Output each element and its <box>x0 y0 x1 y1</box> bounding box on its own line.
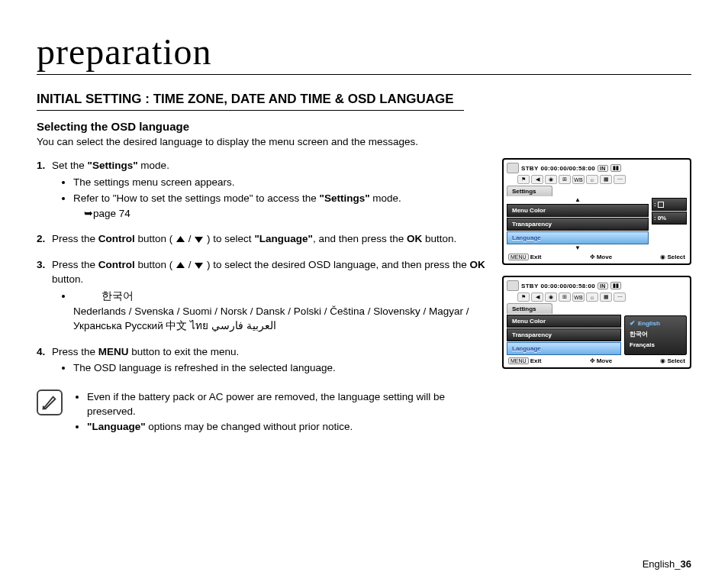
ok-dot-icon: ◉ <box>660 254 665 260</box>
menu-button-icon: MENU <box>508 254 529 260</box>
osd1-value-transparency: :0% <box>652 212 687 225</box>
title-rule <box>37 74 691 75</box>
camera-icon <box>507 280 519 291</box>
screenshots-column: STBY 00:00:00/00:58:00 IN ▮▮ ⚑ ◀ ◉ ⊞ WB … <box>502 158 691 434</box>
s2h: OK <box>407 233 422 244</box>
s2e: ) to select <box>204 233 254 244</box>
s2c: button ( <box>135 233 176 244</box>
osd2-exit: Exit <box>530 357 542 364</box>
s3d: / <box>185 259 194 270</box>
s2g: , and then press the <box>313 233 407 244</box>
osd2-sub-korean: 한국어 <box>628 329 683 339</box>
s4a: Press the <box>52 346 98 357</box>
chevron-down-icon <box>194 261 204 270</box>
step-1-text-a: Set the <box>52 160 88 171</box>
dpad-icon: ✥ <box>590 254 595 260</box>
page-footer: English_36 <box>643 558 691 570</box>
target-icon: ⊞ <box>559 175 571 184</box>
osd2-in-badge: IN <box>598 283 608 289</box>
footer-label: English_ <box>643 558 681 570</box>
osd1-toolbar: ⚑ ◀ ◉ ⊞ WB ☼ ▦ ⋯ <box>517 175 687 184</box>
osd2-sub-english-label: English <box>638 320 660 327</box>
chevron-up-icon <box>176 261 185 270</box>
osd-screenshot-1: STBY 00:00:00/00:58:00 IN ▮▮ ⚑ ◀ ◉ ⊞ WB … <box>502 158 691 265</box>
step-1-b2-bold: "Settings" <box>320 192 370 204</box>
s3a: Press the <box>52 259 98 270</box>
osd1-pct: 0% <box>658 215 667 221</box>
flag-icon: ⚑ <box>517 175 530 184</box>
eye-icon: ◉ <box>545 292 557 302</box>
step-1-text-b: mode. <box>138 160 169 171</box>
s3c: button ( <box>135 259 176 270</box>
up-arrow-icon: ▲ <box>507 197 649 203</box>
osd2-move: Move <box>597 357 612 364</box>
osd1-in-badge: IN <box>598 165 608 172</box>
wb-icon: WB <box>572 175 585 184</box>
s3f: OK <box>470 259 485 270</box>
osd2-item-language: Language <box>507 342 621 355</box>
osd-screenshot-2: STBY 00:00:00/00:58:00 IN ▮▮ ⚑ ◀ ◉ ⊞ WB … <box>502 276 691 369</box>
color-swatch-icon <box>658 202 664 208</box>
osd2-language-submenu: ✔English 한국어 Français <box>624 315 687 355</box>
s3e: ) to select the desired OSD language, an… <box>204 259 469 270</box>
section-heading: INITIAL SETTING : TIME ZONE, DATE AND TI… <box>37 92 464 111</box>
sun-icon: ☼ <box>586 292 598 302</box>
chevron-down-icon <box>194 235 204 244</box>
dots-icon: ⋯ <box>614 292 626 302</box>
dots-icon: ⋯ <box>614 175 626 184</box>
s4b: MENU <box>98 346 129 357</box>
sub-heading: Selecting the OSD language <box>37 120 691 133</box>
osd1-move: Move <box>597 254 612 260</box>
grid-icon: ▦ <box>600 292 612 302</box>
target-icon: ⊞ <box>559 292 571 302</box>
dpad-icon: ✥ <box>590 357 595 364</box>
note-2-bold: "Language" <box>87 421 146 432</box>
lang-ko: 한국어 <box>101 290 134 302</box>
osd2-item-transparency: Transparency <box>507 328 621 341</box>
step-1-b2-b: mode. <box>370 192 401 204</box>
osd2-sub-english: ✔English <box>628 318 683 328</box>
osd1-select: Select <box>667 254 685 260</box>
step-2: Press the Control button ( / ) to select… <box>37 231 487 247</box>
step-3-bullet-langs: x 한국어 Nederlands / Svenska / Suomi / Nor… <box>73 289 487 334</box>
osd2-sub-french: Français <box>628 341 683 349</box>
osd1-item-transparency: Transparency <box>507 218 649 231</box>
s3g: button. <box>52 273 83 285</box>
flag-icon: ⚑ <box>517 292 530 302</box>
osd1-item-menu-color: Menu Color <box>507 204 649 217</box>
page-title: preparation <box>37 31 691 73</box>
s4c: button to exit the menu. <box>129 346 240 357</box>
s2b: Control <box>98 233 135 244</box>
intro-text: You can select the desired language to d… <box>37 136 691 147</box>
osd1-value-color: : <box>652 198 687 211</box>
step-1-bold: "Settings" <box>88 160 138 171</box>
left-icon: ◀ <box>531 175 543 184</box>
step-1-bullet-1: The settings menu screen appears. <box>73 175 487 190</box>
step-1-bullet-2: Refer to "How to set the settings mode" … <box>73 191 487 221</box>
osd2-select: Select <box>667 357 685 364</box>
osd1-timecode: 00:00:00/00:58:00 <box>541 165 595 172</box>
note-icon <box>37 389 63 415</box>
step-3: Press the Control button ( / ) to select… <box>37 257 487 334</box>
wb-icon: WB <box>572 292 585 302</box>
page-ref: ➥page 74 <box>84 206 130 221</box>
osd2-timecode: 00:00:00/00:58:00 <box>541 283 595 289</box>
s2f: "Language" <box>254 233 313 244</box>
footer-page-number: 36 <box>681 558 691 570</box>
ok-dot-icon: ◉ <box>660 357 665 364</box>
check-icon: ✔ <box>630 319 636 327</box>
osd2-item-menu-color: Menu Color <box>507 315 621 328</box>
note-2-text: options may be changed without prior not… <box>146 421 353 432</box>
note-block: Even if the battery pack or AC power are… <box>37 389 487 435</box>
s2d: / <box>185 233 194 244</box>
lang-list: Nederlands / Svenska / Suomi / Norsk / D… <box>73 305 469 332</box>
eye-icon: ◉ <box>545 175 557 184</box>
osd1-exit: Exit <box>530 254 542 260</box>
battery-icon: ▮▮ <box>610 164 622 172</box>
menu-button-icon: MENU <box>508 357 529 364</box>
s2a: Press the <box>52 233 98 244</box>
step-1: Set the "Settings" mode. The settings me… <box>37 158 487 221</box>
camera-icon <box>507 163 519 173</box>
note-1: Even if the battery pack or AC power are… <box>87 389 487 419</box>
osd1-tab: Settings <box>507 186 552 196</box>
